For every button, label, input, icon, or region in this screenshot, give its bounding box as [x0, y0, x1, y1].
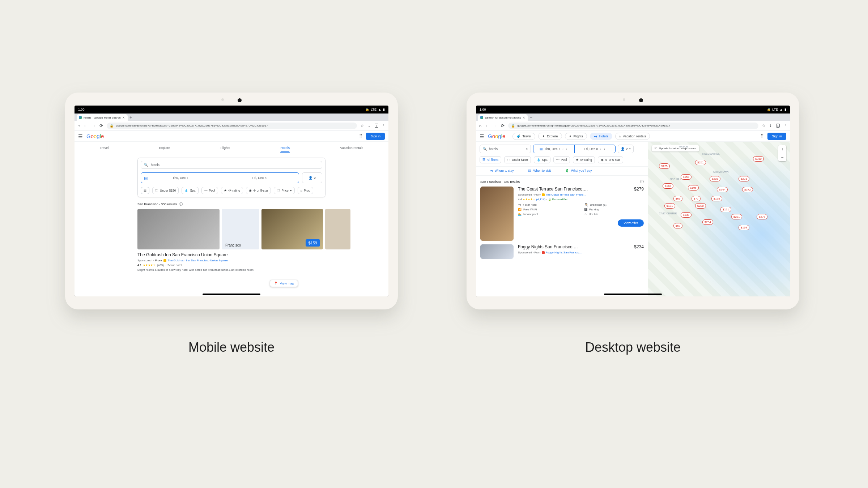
new-tab-button[interactable]: +: [528, 114, 534, 121]
map-price-pin[interactable]: $195: [688, 185, 699, 191]
browser-tab[interactable]: Search for accommodations ×: [478, 114, 528, 121]
map-panel[interactable]: ☑ Update list when map moves + − $125 $2…: [648, 142, 790, 296]
chip-pool[interactable]: 〰Pool: [201, 187, 218, 194]
chip-spa[interactable]: 💧Spa: [182, 187, 198, 194]
map-price-pin[interactable]: $125: [659, 163, 670, 169]
map-price-pin[interactable]: $273: [739, 176, 749, 181]
chip-property[interactable]: ⌂ Prop: [298, 187, 313, 194]
chip-under150[interactable]: ⬚Under $150: [504, 156, 531, 163]
map-price-pin[interactable]: $169: [739, 225, 749, 230]
google-logo[interactable]: Google: [488, 133, 505, 139]
sign-in-button[interactable]: Sign in: [366, 133, 385, 140]
chevron-right-icon[interactable]: ›: [603, 147, 606, 151]
apps-icon[interactable]: ⠿: [359, 134, 362, 139]
map-price-pin[interactable]: $130: [681, 212, 692, 218]
chevron-right-icon[interactable]: ›: [566, 147, 568, 151]
hotel-search-input[interactable]: 🔍 hotels ×: [480, 145, 531, 153]
view-offer-button[interactable]: View offer: [618, 219, 644, 227]
nav-hotels[interactable]: Hotels: [281, 145, 290, 153]
android-nav-handle[interactable]: [604, 294, 662, 295]
tab-count-icon[interactable]: 1: [375, 124, 378, 128]
address-bar[interactable]: 🔒 google.com/travel/search?q=hotels&g2lb…: [508, 123, 758, 129]
chip-flights[interactable]: ✈Flights: [565, 133, 587, 140]
chip-rating[interactable]: ★4+ rating: [573, 156, 595, 163]
map-price-pin[interactable]: $67: [673, 223, 682, 228]
map-price-pin[interactable]: $171: [720, 207, 731, 212]
tab-count-icon[interactable]: 1: [776, 124, 780, 128]
back-icon[interactable]: ←: [485, 124, 489, 128]
chip-price[interactable]: ⬚Price ▾: [274, 187, 294, 194]
kebab-icon[interactable]: ⋮: [382, 124, 386, 128]
map-price-pin[interactable]: $203: [710, 176, 720, 181]
hamburger-icon[interactable]: ☰: [78, 133, 83, 139]
zoom-in-button[interactable]: +: [778, 145, 786, 153]
link-when[interactable]: ▤When to visit: [528, 169, 551, 172]
map-price-pin[interactable]: $77: [692, 196, 701, 201]
forward-icon[interactable]: →: [493, 124, 497, 128]
map-price-pin[interactable]: $171: [664, 203, 675, 209]
mini-map[interactable]: Francisco: [222, 209, 259, 249]
reviews-count[interactable]: (4,114): [536, 198, 545, 201]
reload-icon[interactable]: ⟳: [99, 124, 103, 128]
chevron-left-icon[interactable]: ‹: [600, 147, 602, 151]
nav-vacation[interactable]: Vacation rentals: [340, 145, 363, 153]
from-name[interactable]: Foggy Nights San Francis…: [546, 251, 582, 254]
back-icon[interactable]: ←: [84, 124, 88, 128]
view-map-button[interactable]: 📍 View map: [270, 280, 298, 287]
star-icon[interactable]: ☆: [361, 124, 364, 128]
download-icon[interactable]: ⭳: [367, 124, 371, 128]
chip-stars[interactable]: ◉4- or 5-star: [598, 156, 623, 163]
date-picker[interactable]: ▤ Thu, Dec 7 ‹ › Fri, Dec 8 ‹ ›: [533, 145, 616, 153]
hamburger-icon[interactable]: ☰: [480, 133, 484, 139]
close-tab-icon[interactable]: ×: [123, 116, 125, 120]
nav-explore[interactable]: Explore: [159, 145, 170, 153]
chip-hotels[interactable]: 🛏Hotels: [590, 133, 612, 140]
map-price-pin[interactable]: $168: [663, 183, 673, 189]
map-price-pin[interactable]: $155: [711, 196, 722, 201]
chip-explore[interactable]: ✦Explore: [538, 133, 562, 140]
forward-icon[interactable]: →: [92, 124, 96, 128]
guests-selector[interactable]: 👤 2 ▾: [618, 145, 634, 153]
link-pay[interactable]: 💲What you'll pay: [565, 169, 592, 172]
from-name[interactable]: The Coast Terrace San Franc…: [545, 193, 586, 196]
clear-icon[interactable]: ×: [526, 147, 528, 151]
guests-selector[interactable]: 👤 2: [302, 172, 322, 183]
sign-in-button[interactable]: Sign in: [767, 133, 786, 140]
apps-icon[interactable]: ⠿: [761, 134, 764, 139]
chip-pool[interactable]: 〰Pool: [553, 156, 570, 163]
map-price-pin[interactable]: $251: [695, 160, 706, 165]
chip-vacation[interactable]: ⌂Vacation rentals: [615, 133, 650, 140]
hotel-search-input[interactable]: 🔍 hotels: [141, 161, 322, 169]
info-icon[interactable]: ⓘ: [640, 179, 644, 184]
browser-tab[interactable]: hotels - Google Hotel Search ×: [77, 114, 128, 121]
download-icon[interactable]: ⭳: [769, 124, 773, 128]
map-price-pin[interactable]: $930: [753, 156, 764, 162]
checkin-half[interactable]: ▤ Thu, Dec 7 ‹ ›: [533, 145, 574, 153]
chip-under150[interactable]: ⬚Under $150: [152, 187, 179, 194]
map-price-pin[interactable]: $66: [673, 196, 682, 201]
map-price-pin[interactable]: $372: [742, 187, 753, 192]
filters-icon[interactable]: ☲: [141, 187, 149, 194]
chip-stars[interactable]: ◉4- or 5-star: [246, 187, 271, 194]
google-logo[interactable]: Google: [86, 133, 104, 139]
map-price-pin[interactable]: $153: [681, 174, 692, 180]
star-icon[interactable]: ☆: [762, 124, 765, 128]
link-where[interactable]: 🛏Where to stay: [490, 169, 514, 172]
map-price-pin[interactable]: $291: [731, 214, 742, 219]
hotel-name[interactable]: The Goldrush Inn San Francisco Union Squ…: [137, 252, 326, 257]
map-price-pin[interactable]: $244: [717, 187, 728, 192]
kebab-icon[interactable]: ⋮: [783, 124, 787, 128]
checkout-half[interactable]: Fri, Dec 8 ‹ ›: [575, 145, 616, 153]
chip-spa[interactable]: 💧Spa: [534, 156, 550, 163]
hotel-card[interactable]: Foggy Nights San Francisco,… $234 Sponso…: [476, 244, 648, 259]
info-icon[interactable]: ⓘ: [179, 202, 183, 207]
nav-travel[interactable]: Travel: [100, 145, 109, 153]
new-tab-button[interactable]: +: [128, 114, 134, 121]
hotel-photo-exterior[interactable]: [137, 209, 220, 249]
android-nav-handle[interactable]: [203, 294, 260, 295]
reload-icon[interactable]: ⟳: [501, 124, 505, 128]
chip-rating[interactable]: ★4+ rating: [221, 187, 243, 194]
all-filters-button[interactable]: ☲All filters: [480, 156, 501, 163]
chip-travel[interactable]: 🧳Travel: [512, 133, 535, 140]
home-icon[interactable]: ⌂: [77, 124, 80, 128]
